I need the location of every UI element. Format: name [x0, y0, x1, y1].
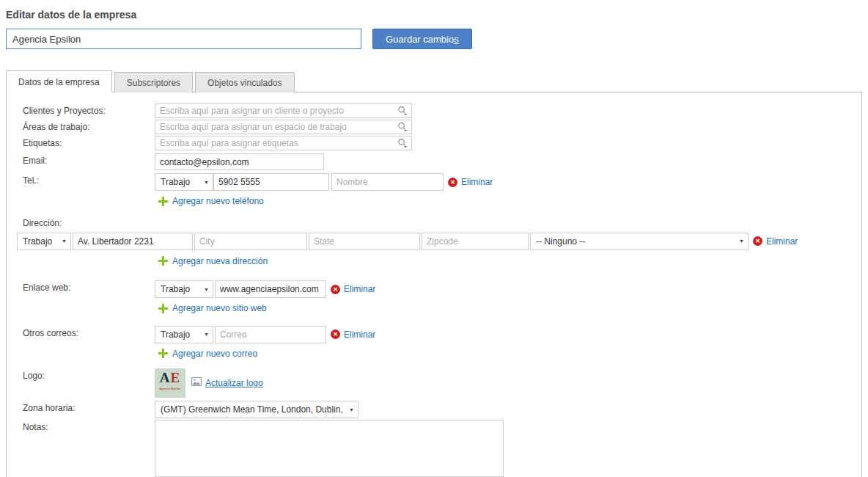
- email-label: Email:: [23, 153, 155, 166]
- notes-row: Notas:: [11, 420, 857, 477]
- add-address-row: Agregar nueva dirección: [158, 256, 857, 269]
- edit-company-page: Editar datos de la empresa Guardar cambi…: [0, 0, 868, 477]
- logo-monogram-e: E: [171, 370, 181, 385]
- search-icon[interactable]: [397, 122, 408, 134]
- tab-datos-de-la-empresa[interactable]: Datos de la empresa: [6, 70, 112, 92]
- address-country-select[interactable]: -- Ninguno -- ▼: [530, 233, 749, 250]
- plus-icon: [158, 256, 168, 266]
- tab-objetos-vinculados[interactable]: Objetos vinculados: [195, 72, 294, 92]
- etiquetas-label: Etiquetas:: [23, 136, 155, 148]
- logo-monogram-a: A: [160, 370, 171, 385]
- remove-icon: ✕: [331, 285, 340, 294]
- chevron-down-icon: ▼: [204, 332, 209, 337]
- phone-remove-label: Eliminar: [461, 177, 493, 187]
- save-button[interactable]: Guardar cambios: [372, 29, 472, 49]
- website-row: Enlace web: Trabajo ▼ ✕ Eliminar: [11, 280, 857, 298]
- add-other-email-label: Agregar nuevo correo: [172, 349, 257, 359]
- tab-label: Subscriptores: [127, 78, 180, 88]
- website-type-value: Trabajo: [161, 284, 190, 294]
- add-phone-row: Agregar nuevo teléfono: [158, 196, 857, 208]
- clientes-label: Clientes y Proyectos:: [23, 103, 155, 116]
- website-remove-label: Eliminar: [344, 284, 375, 294]
- other-emails-label: Otros correos:: [23, 326, 155, 338]
- search-icon[interactable]: [397, 106, 408, 118]
- chevron-down-icon: ▼: [204, 180, 209, 185]
- phone-label: Tel.:: [23, 173, 155, 186]
- phone-name-input[interactable]: [331, 173, 444, 191]
- add-phone-link[interactable]: Agregar nuevo teléfono: [158, 196, 264, 206]
- add-website-link[interactable]: Agregar nuevo sitio web: [158, 303, 267, 313]
- timezone-label: Zona horaria:: [23, 401, 155, 413]
- phone-type-select[interactable]: Trabajo ▼: [155, 173, 213, 191]
- page-title: Editar datos de la empresa: [6, 9, 862, 21]
- timezone-row: Zona horaria: (GMT) Greenwich Mean Time,…: [11, 401, 857, 418]
- timezone-value: (GMT) Greenwich Mean Time, London, Dubli…: [161, 404, 345, 415]
- clientes-search-input[interactable]: [155, 103, 412, 118]
- etiquetas-row: Etiquetas:: [11, 136, 857, 150]
- address-country-value: -- Ninguno --: [536, 236, 585, 247]
- notes-textarea[interactable]: [155, 420, 504, 477]
- other-email-remove-label: Eliminar: [344, 329, 375, 340]
- phone-type-value: Trabajo: [161, 177, 190, 187]
- logo-label: Logo:: [23, 368, 155, 381]
- other-emails-row: Otros correos: Trabajo ▼ ✕ Eliminar: [11, 326, 857, 343]
- address-street-input[interactable]: [73, 233, 193, 250]
- website-url-input[interactable]: [215, 280, 326, 298]
- other-email-type-select[interactable]: Trabajo ▼: [155, 326, 213, 343]
- other-email-type-value: Trabajo: [161, 329, 190, 340]
- chevron-down-icon: ▼: [62, 238, 67, 244]
- address-type-select[interactable]: Trabajo ▼: [17, 233, 71, 250]
- plus-icon: [158, 349, 168, 358]
- tab-subscriptores[interactable]: Subscriptores: [114, 72, 193, 92]
- tab-label: Objetos vinculados: [207, 78, 282, 88]
- address-label: Dirección:: [23, 218, 857, 228]
- add-other-email-row: Agregar nuevo correo: [158, 349, 857, 361]
- chevron-down-icon: ▼: [739, 238, 744, 244]
- remove-icon: ✕: [448, 178, 457, 187]
- image-icon: [191, 377, 202, 388]
- address-state-input[interactable]: [309, 233, 420, 250]
- plus-icon: [158, 304, 168, 313]
- chevron-down-icon: ▼: [349, 407, 354, 412]
- notes-label: Notas:: [23, 420, 155, 432]
- add-other-email-link[interactable]: Agregar nuevo correo: [158, 349, 257, 359]
- address-city-input[interactable]: [194, 233, 307, 250]
- email-input[interactable]: [155, 153, 324, 170]
- search-icon[interactable]: [397, 138, 408, 150]
- chevron-down-icon: ▼: [204, 287, 209, 292]
- plus-icon: [158, 197, 168, 206]
- areas-search-input[interactable]: [155, 120, 412, 134]
- save-button-label: Guardar cambio: [386, 34, 454, 45]
- phone-row: Tel.: Trabajo ▼ ✕ Eliminar: [11, 173, 857, 191]
- etiquetas-search-input[interactable]: [155, 136, 412, 150]
- add-address-label: Agregar nueva dirección: [172, 256, 268, 266]
- website-label: Enlace web:: [23, 280, 155, 293]
- tab-bar: Datos de la empresa Subscriptores Objeto…: [6, 70, 862, 92]
- update-logo-link[interactable]: Actualizar logo: [205, 378, 263, 388]
- add-website-row: Agregar nuevo sitio web: [158, 303, 857, 316]
- add-phone-label: Agregar nuevo teléfono: [172, 196, 264, 206]
- address-row: Trabajo ▼ -- Ninguno -- ▼ ✕ Eliminar: [17, 233, 857, 250]
- email-row: Email:: [11, 153, 857, 170]
- other-email-remove-link[interactable]: ✕ Eliminar: [331, 329, 375, 340]
- website-type-select[interactable]: Trabajo ▼: [155, 280, 213, 298]
- address-zip-input[interactable]: [422, 233, 529, 250]
- remove-icon: ✕: [331, 329, 340, 339]
- website-remove-link[interactable]: ✕ Eliminar: [331, 284, 375, 294]
- areas-row: Áreas de trabajo:: [11, 120, 857, 134]
- phone-number-input[interactable]: [213, 173, 329, 191]
- timezone-select[interactable]: (GMT) Greenwich Mean Time, London, Dubli…: [155, 401, 358, 418]
- clientes-row: Clientes y Proyectos:: [11, 103, 857, 118]
- save-button-accesskey: s: [454, 34, 459, 45]
- address-remove-link[interactable]: ✕ Eliminar: [753, 236, 798, 247]
- add-address-link[interactable]: Agregar nueva dirección: [158, 256, 268, 266]
- company-name-row: Guardar cambios: [6, 29, 862, 49]
- other-email-input[interactable]: [215, 326, 326, 343]
- company-logo-image: AE Agencia Epsilon: [155, 368, 185, 398]
- logo-caption: Agencia Epsilon: [155, 387, 185, 390]
- address-remove-label: Eliminar: [766, 236, 798, 247]
- logo-row: Logo: AE Agencia Epsilon Actualizar logo: [11, 368, 857, 398]
- phone-remove-link[interactable]: ✕ Eliminar: [448, 177, 493, 187]
- company-name-input[interactable]: [6, 29, 361, 49]
- areas-label: Áreas de trabajo:: [23, 120, 155, 132]
